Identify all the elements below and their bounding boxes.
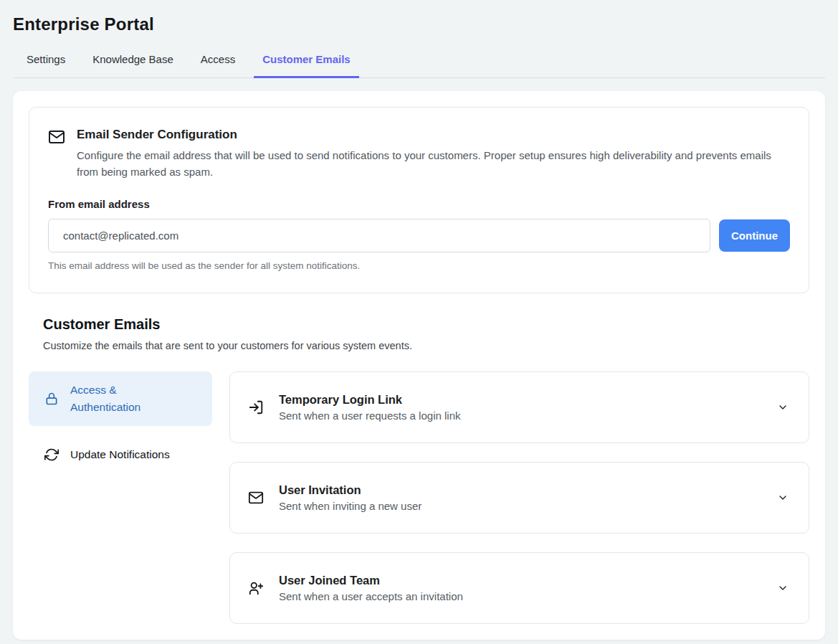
chevron-down-icon[interactable] [777, 402, 789, 413]
content-card: Email Sender Configuration Configure the… [13, 91, 825, 640]
accordion-user-invitation[interactable]: User Invitation Sent when inviting a new… [229, 462, 809, 534]
email-subtitle: Sent when a user accepts an invitation [279, 590, 769, 602]
page-title: Enterprise Portal [13, 14, 825, 34]
category-sidebar: Access & Authentication Update Notificat… [29, 371, 212, 624]
from-email-label: From email address [48, 198, 790, 210]
accordion-temporary-login-link[interactable]: Temporary Login Link Sent when a user re… [229, 371, 809, 443]
customer-emails-title: Customer Emails [43, 316, 809, 333]
sidebar-item-update-notifications[interactable]: Update Notifications [29, 443, 212, 466]
lock-icon [44, 392, 59, 406]
sidebar-item-label: Access & Authentication [70, 382, 185, 416]
refresh-icon [44, 448, 59, 462]
email-subtitle: Sent when a user requests a login link [279, 409, 769, 422]
email-accordion-list: Temporary Login Link Sent when a user re… [229, 371, 809, 624]
chevron-down-icon[interactable] [777, 492, 789, 503]
email-sender-config-card: Email Sender Configuration Configure the… [29, 107, 809, 293]
tab-settings[interactable]: Settings [24, 50, 68, 77]
sidebar-item-access-authentication[interactable]: Access & Authentication [29, 371, 212, 426]
page: Enterprise Portal Settings Knowledge Bas… [0, 0, 838, 640]
sidebar-item-label: Update Notifications [70, 446, 170, 463]
login-icon [248, 399, 264, 415]
user-plus-icon [248, 580, 264, 596]
tab-access[interactable]: Access [198, 50, 238, 77]
accordion-user-joined-team[interactable]: User Joined Team Sent when a user accept… [229, 552, 809, 624]
email-subtitle: Sent when inviting a new user [279, 500, 769, 512]
config-title: Email Sender Configuration [77, 128, 779, 142]
email-title: Temporary Login Link [279, 393, 769, 407]
config-description: Configure the email address that will be… [77, 147, 779, 181]
mail-icon [48, 128, 65, 146]
email-helper-text: This email address will be used as the s… [48, 260, 790, 271]
email-title: User Invitation [279, 483, 769, 497]
tab-bar: Settings Knowledge Base Access Customer … [13, 50, 825, 78]
customer-emails-description: Customize the emails that are sent to yo… [43, 340, 809, 351]
tab-knowledge-base[interactable]: Knowledge Base [90, 50, 176, 77]
mail-icon [248, 490, 264, 506]
email-title: User Joined Team [279, 574, 769, 587]
continue-button[interactable]: Continue [719, 219, 790, 252]
from-email-input[interactable] [48, 219, 710, 252]
chevron-down-icon[interactable] [777, 582, 789, 594]
tab-customer-emails[interactable]: Customer Emails [260, 50, 353, 77]
